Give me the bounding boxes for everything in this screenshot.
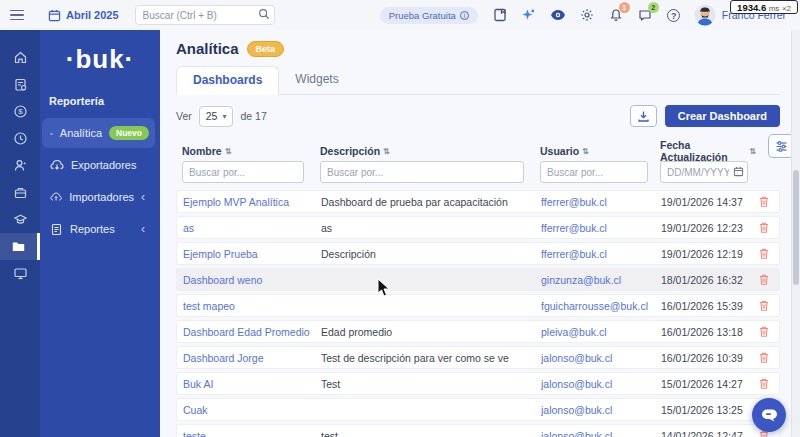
delete-button[interactable]	[757, 247, 771, 261]
dashboard-description: test	[321, 430, 541, 437]
hamburger-menu-icon[interactable]	[10, 10, 24, 21]
dashboard-name-link[interactable]: Dashboard Jorge	[183, 352, 321, 364]
trash-icon	[758, 221, 770, 234]
tasks-icon[interactable]	[0, 71, 40, 98]
sort-icon[interactable]: ⇅	[582, 147, 589, 156]
page-size-select[interactable]: 25 ▾	[199, 106, 234, 127]
trash-icon	[758, 325, 770, 338]
chat-widget-button[interactable]	[752, 398, 786, 432]
trash-icon	[758, 195, 770, 208]
dashboard-name-link[interactable]: Cuak	[183, 404, 321, 416]
dashboard-name-link[interactable]: Ejemplo MVP Analítica	[183, 196, 321, 208]
search-icon[interactable]	[258, 8, 270, 20]
period-selector[interactable]: Abril 2025	[48, 9, 119, 22]
messages-icon[interactable]: 2	[637, 7, 653, 23]
download-button[interactable]	[630, 105, 657, 127]
dashboard-owner-link[interactable]: fferrer@buk.cl	[541, 196, 661, 208]
dashboard-owner-link[interactable]: fferrer@buk.cl	[541, 248, 661, 260]
delete-button[interactable]	[757, 221, 771, 235]
filter-row	[176, 161, 780, 183]
sidebar-item-analitica[interactable]: Analítica Nuevo	[42, 118, 155, 148]
briefcase-icon[interactable]	[0, 179, 40, 206]
sliders-icon	[775, 140, 788, 153]
table-row[interactable]: Ejemplo Prueba Descripción fferrer@buk.c…	[176, 242, 780, 265]
dashboard-owner-link[interactable]: jalonso@buk.cl	[541, 378, 661, 390]
help-icon[interactable]: ?	[666, 7, 682, 23]
table-row[interactable]: Dashboard Edad Promedio Edad promedio pl…	[176, 320, 780, 343]
sidebar-item-reportes[interactable]: Reportes ‹	[42, 214, 155, 244]
sort-icon[interactable]: ⇅	[749, 147, 756, 156]
table-row[interactable]: Cuak jalonso@buk.cl 15/01/2026 13:25	[176, 398, 780, 421]
dashboard-updated-at: 15/01/2026 14:27	[661, 378, 757, 390]
dashboard-name-link[interactable]: Dashboard weno	[183, 274, 321, 286]
table-row[interactable]: Dashboard weno ginzunza@buk.cl 18/01/202…	[176, 268, 780, 291]
eye-icon[interactable]	[550, 7, 566, 23]
people-icon[interactable]	[0, 152, 40, 179]
dashboard-owner-link[interactable]: jalonso@buk.cl	[541, 352, 661, 364]
table-row[interactable]: Dashboard Jorge Test de descripción para…	[176, 346, 780, 369]
bookmark-icon[interactable]	[492, 7, 508, 23]
dashboard-name-link[interactable]: Dashboard Edad Promedio	[183, 326, 321, 338]
dashboard-owner-link[interactable]: fguicharrousse@buk.cl	[541, 300, 661, 312]
dashboard-name-link[interactable]: teste	[183, 430, 321, 437]
buk-logo: ·buk·	[40, 44, 160, 75]
settings-gear-icon[interactable]	[579, 7, 595, 23]
ai-sparkle-icon[interactable]	[521, 7, 537, 23]
folder-icon[interactable]	[0, 233, 40, 260]
delete-button[interactable]	[757, 273, 771, 287]
column-header-usuario[interactable]: Usuario⇅	[540, 145, 660, 157]
dashboards-table: Nombre⇅ Descripción⇅ Usuario⇅ Fecha Actu…	[176, 139, 780, 437]
home-icon[interactable]	[0, 44, 40, 71]
chevron-collapsed-icon[interactable]: ‹	[141, 222, 149, 236]
sort-icon[interactable]: ⇅	[225, 147, 232, 156]
dashboard-owner-link[interactable]: jalonso@buk.cl	[541, 404, 661, 416]
sidebar-item-exportadores[interactable]: Exportadores	[42, 150, 155, 180]
page-scrollbar[interactable]	[791, 30, 800, 437]
dashboard-name-link[interactable]: test mapeo	[183, 300, 321, 312]
dashboard-owner-link[interactable]: pleiva@buk.cl	[541, 326, 661, 338]
sidebar-item-importadores[interactable]: Importadores ‹	[42, 182, 155, 212]
delete-button[interactable]	[757, 325, 771, 339]
training-icon[interactable]	[0, 206, 40, 233]
delete-button[interactable]	[757, 351, 771, 365]
dashboard-owner-link[interactable]: jalonso@buk.cl	[541, 430, 661, 437]
scrollbar-thumb[interactable]	[793, 170, 799, 285]
create-dashboard-button[interactable]: Crear Dashboard	[665, 105, 780, 127]
table-row[interactable]: Ejemplo MVP Analítica Dashboard de prueb…	[176, 190, 780, 213]
filter-nombre-input[interactable]	[182, 161, 304, 183]
dashboard-owner-link[interactable]: ginzunza@buk.cl	[541, 274, 661, 286]
table-row[interactable]: Buk AI Test jalonso@buk.cl 15/01/2026 14…	[176, 372, 780, 395]
column-header-fecha[interactable]: Fecha Actualización⇅	[660, 139, 756, 163]
table-row[interactable]: as as fferrer@buk.cl 19/01/2026 12:23	[176, 216, 780, 239]
column-header-nombre[interactable]: Nombre⇅	[182, 145, 320, 157]
column-header-descripcion[interactable]: Descripción⇅	[320, 145, 540, 157]
table-row[interactable]: test mapeo fguicharrousse@buk.cl 16/01/2…	[176, 294, 780, 317]
delete-button[interactable]	[757, 195, 771, 209]
tab-dashboards[interactable]: Dashboards	[176, 66, 279, 95]
chevron-collapsed-icon[interactable]: ‹	[141, 190, 149, 204]
notifications-bell-icon[interactable]: 1	[608, 7, 624, 23]
trial-badge[interactable]: Prueba Gratuita i	[380, 7, 478, 24]
money-icon[interactable]: $	[0, 98, 40, 125]
filter-usuario-input[interactable]	[540, 161, 648, 183]
dashboard-description: Descripción	[321, 248, 541, 260]
filter-descripcion-input[interactable]	[320, 161, 524, 183]
sort-icon[interactable]: ⇅	[383, 147, 390, 156]
dashboard-name-link[interactable]: as	[183, 222, 321, 234]
period-label: Abril 2025	[66, 9, 119, 21]
dashboard-name-link[interactable]: Ejemplo Prueba	[183, 248, 321, 260]
calendar-icon[interactable]	[733, 166, 744, 177]
clock-icon[interactable]	[0, 125, 40, 152]
search-input[interactable]	[135, 5, 275, 25]
monitor-icon[interactable]	[0, 260, 40, 287]
total-count-label: de 17	[240, 110, 266, 122]
delete-button[interactable]	[757, 299, 771, 313]
dashboard-owner-link[interactable]: fferrer@buk.cl	[541, 222, 661, 234]
dashboard-updated-at: 14/01/2026 12:47	[661, 430, 757, 437]
topbar-icons: 1 2 ?	[492, 7, 682, 23]
tab-widgets[interactable]: Widgets	[279, 66, 354, 94]
delete-button[interactable]	[757, 377, 771, 391]
dashboard-name-link[interactable]: Buk AI	[183, 378, 321, 390]
chat-bubble-icon	[761, 408, 778, 423]
table-row[interactable]: teste test jalonso@buk.cl 14/01/2026 12:…	[176, 424, 780, 437]
